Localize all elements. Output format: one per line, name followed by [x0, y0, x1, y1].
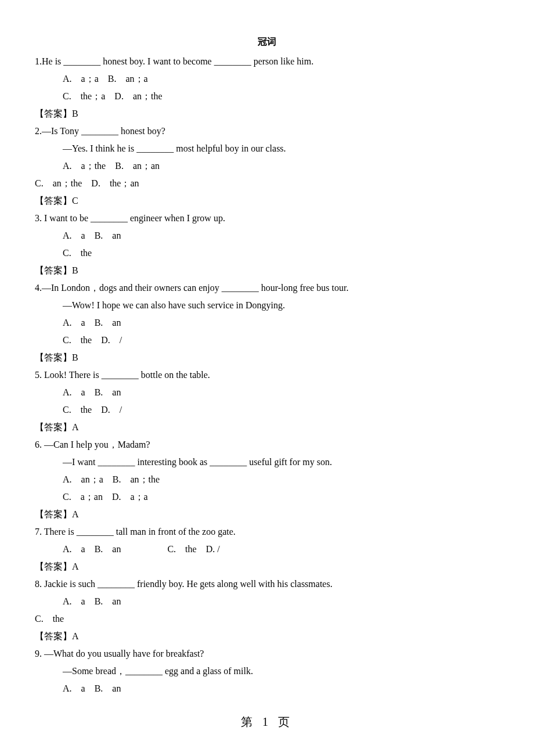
answer-value: A — [72, 561, 79, 571]
question-line: 3. I want to be ________ engineer when I… — [35, 211, 499, 225]
question-line: A. a；the B. an；an — [35, 159, 499, 173]
question-line: A. a；a B. an；a — [35, 72, 499, 86]
answer-value: A — [72, 631, 79, 641]
answer-value: B — [72, 265, 78, 275]
question-line: A. a B. an — [35, 595, 499, 609]
answer-label: 【答案】 — [35, 422, 72, 432]
question-block-5: 5. Look! There is ________ bottle on the… — [35, 368, 499, 434]
question-line: A. a B. an — [35, 316, 499, 330]
question-line: —Yes. I think he is ________ most helpfu… — [35, 142, 499, 156]
question-line: 7. There is ________ tall man in front o… — [35, 525, 499, 539]
answer-value: B — [72, 109, 78, 118]
answer-line: 【答案】A — [35, 560, 499, 574]
question-line: —Wow! I hope we can also have such servi… — [35, 298, 499, 312]
question-block-1: 1.He is ________ honest boy. I want to b… — [35, 55, 499, 121]
question-line: —Some bread，________ egg and a glass of … — [35, 664, 499, 678]
question-block-9: 9. —What do you usually have for breakfa… — [35, 647, 499, 696]
answer-line: 【答案】B — [35, 264, 499, 278]
answer-line: 【答案】B — [35, 351, 499, 365]
answer-value: A — [72, 509, 79, 519]
question-line: A. a B. an — [35, 682, 499, 696]
question-block-6: 6. —Can I help you，Madam?—I want _______… — [35, 438, 499, 521]
answer-value: C — [72, 196, 78, 206]
question-block-4: 4.—In London，dogs and their owners can e… — [35, 281, 499, 365]
question-line: C. the — [35, 246, 499, 260]
content-area: 1.He is ________ honest boy. I want to b… — [35, 55, 499, 696]
question-line: C. an；the D. the；an — [35, 177, 499, 190]
answer-line: 【答案】B — [35, 107, 499, 121]
question-line: 9. —What do you usually have for breakfa… — [35, 647, 499, 661]
question-line: 1.He is ________ honest boy. I want to b… — [35, 55, 499, 69]
question-line: C. the D. / — [35, 403, 499, 417]
answer-line: 【答案】A — [35, 629, 499, 643]
answer-label: 【答案】 — [35, 631, 72, 641]
question-line: A. a B. an — [35, 229, 499, 243]
answer-label: 【答案】 — [35, 109, 72, 118]
answer-label: 【答案】 — [35, 561, 72, 571]
question-block-7: 7. There is ________ tall man in front o… — [35, 525, 499, 574]
answer-label: 【答案】 — [35, 196, 72, 206]
question-line: A. an；a B. an；the — [35, 473, 499, 487]
answer-label: 【答案】 — [35, 509, 72, 519]
answer-line: 【答案】A — [35, 420, 499, 434]
answer-label: 【答案】 — [35, 265, 72, 275]
question-line: A. a B. an C. the D. / — [35, 542, 499, 556]
answer-value: B — [72, 352, 78, 362]
question-line: C. a；an D. a；a — [35, 490, 499, 504]
question-line: C. the D. / — [35, 333, 499, 347]
answer-label: 【答案】 — [35, 352, 72, 362]
question-block-3: 3. I want to be ________ engineer when I… — [35, 211, 499, 278]
answer-line: 【答案】A — [35, 507, 499, 521]
question-line: 2.—Is Tony ________ honest boy? — [35, 124, 499, 138]
question-block-2: 2.—Is Tony ________ honest boy?—Yes. I t… — [35, 124, 499, 208]
page-title: 冠词 — [35, 35, 499, 49]
question-line: 6. —Can I help you，Madam? — [35, 438, 499, 452]
question-line: A. a B. an — [35, 386, 499, 399]
question-line: C. the；a D. an；the — [35, 89, 499, 103]
answer-value: A — [72, 422, 79, 432]
question-line: 5. Look! There is ________ bottle on the… — [35, 368, 499, 382]
question-line: 8. Jackie is such ________ friendly boy.… — [35, 577, 499, 591]
question-line: 4.—In London，dogs and their owners can e… — [35, 281, 499, 295]
answer-line: 【答案】C — [35, 194, 499, 208]
page-footer: 第 1 页 — [35, 713, 499, 730]
question-block-8: 8. Jackie is such ________ friendly boy.… — [35, 577, 499, 643]
question-line: C. the — [35, 612, 499, 626]
question-line: —I want ________ interesting book as ___… — [35, 455, 499, 469]
